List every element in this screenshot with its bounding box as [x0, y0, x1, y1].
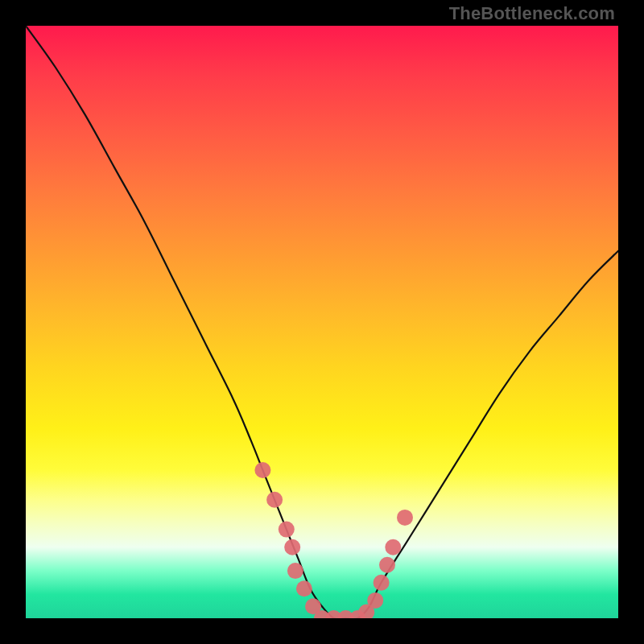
highlight-marker [314, 610, 330, 618]
curve-layer [26, 26, 618, 618]
highlight-marker [349, 610, 365, 618]
highlight-marker [397, 510, 413, 526]
highlight-marker [284, 539, 300, 555]
highlight-marker [337, 610, 353, 618]
highlight-marker [305, 598, 321, 614]
bottleneck-curve-path [26, 26, 618, 618]
highlight-marker [358, 605, 374, 618]
highlight-marker [287, 563, 303, 579]
highlight-marker [296, 580, 312, 597]
chart-frame: TheBottleneck.com [0, 0, 644, 644]
highlight-marker [326, 610, 342, 618]
highlight-marker [379, 557, 395, 573]
highlight-marker [367, 592, 383, 609]
watermark-text: TheBottleneck.com [449, 3, 615, 24]
highlight-marker [374, 575, 390, 591]
plot-area [26, 26, 618, 618]
highlight-markers [254, 462, 413, 618]
highlight-marker [254, 462, 270, 478]
highlight-marker [279, 522, 295, 538]
highlight-marker [385, 539, 401, 555]
highlight-marker [266, 492, 283, 508]
